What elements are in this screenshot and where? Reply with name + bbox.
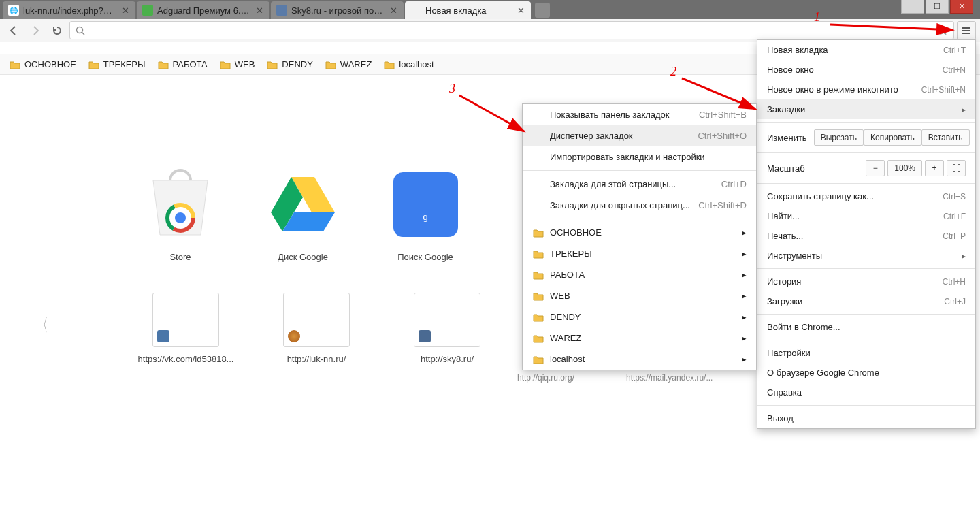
site-icon <box>419 330 431 342</box>
close-icon[interactable]: ✕ <box>255 5 264 15</box>
annotation-arrow-icon <box>830 15 966 35</box>
menu-item-signin[interactable]: Войти в Chrome... <box>757 317 975 337</box>
tile-label: Поиск Google <box>397 252 453 262</box>
menu-item-tools[interactable]: Инструменты▸ <box>757 246 975 265</box>
tile-label: https://vk.com/id53818... <box>138 354 234 364</box>
bookmark-folder[interactable]: localhost <box>384 59 434 70</box>
menu-item-bookmarks[interactable]: Закладки▸ <box>757 99 975 119</box>
submenu-folder[interactable]: ТРЕКЕРЫ▸ <box>523 243 756 264</box>
bookmarks-submenu: Показывать панель закладокCtrl+Shift+B Д… <box>522 103 757 370</box>
submenu-folder[interactable]: WEB▸ <box>523 285 756 306</box>
fullscreen-button[interactable]: ⛶ <box>947 160 966 176</box>
menu-item-about[interactable]: О браузере Google Chrome <box>757 363 975 383</box>
submenu-item-bookmark-open-pages[interactable]: Закладки для открытых страниц...Ctrl+Shi… <box>523 195 756 216</box>
submenu-folder[interactable]: РАБОТА▸ <box>523 264 756 285</box>
chevron-right-icon: ▸ <box>742 227 747 238</box>
submenu-folder[interactable]: DENDY▸ <box>523 306 756 327</box>
browser-tab[interactable]: Adguard Премиум 6.0.22... ✕ <box>137 1 270 19</box>
most-visited-tile[interactable]: http://sky8.ru/ <box>410 293 485 364</box>
browser-tab[interactable]: 🌐 luk-nn.ru/index.php?view... ✕ <box>3 1 135 19</box>
menu-item-exit[interactable]: Выход <box>757 408 975 428</box>
app-tile-google-search[interactable]: g Поиск Google <box>388 163 463 262</box>
chevron-right-icon: ▸ <box>962 105 966 114</box>
chevron-right-icon: ▸ <box>742 354 747 364</box>
chevron-right-icon: ▸ <box>742 270 747 280</box>
back-button[interactable] <box>4 21 23 40</box>
favicon-icon <box>410 5 421 16</box>
menu-item-print[interactable]: Печать...Ctrl+P <box>757 226 975 246</box>
browser-tab[interactable]: Новая вкладка ✕ <box>405 1 531 19</box>
close-icon[interactable]: ✕ <box>389 5 398 15</box>
menu-separator <box>757 268 975 269</box>
bookmark-folder[interactable]: WAREZ <box>325 59 372 70</box>
google-icon: g <box>387 163 463 245</box>
menu-separator <box>757 340 975 340</box>
store-icon <box>142 163 218 245</box>
tab-title: Adguard Премиум 6.0.22... <box>157 5 250 16</box>
forward-button[interactable] <box>26 21 45 40</box>
menu-item-find[interactable]: Найти...Ctrl+F <box>757 206 975 226</box>
bookmark-label: DENDY <box>282 59 313 69</box>
tab-title: Новая вкладка <box>425 5 512 16</box>
bookmark-label: WEB <box>235 59 255 69</box>
submenu-item-bookmark-page[interactable]: Закладка для этой страницы...Ctrl+D <box>523 174 756 195</box>
tile-label: https://mail.yandex.ru/... <box>626 373 713 383</box>
window-minimize-button[interactable]: ─ <box>901 0 924 14</box>
submenu-item-import[interactable]: Импортировать закладки и настройки <box>523 146 756 167</box>
svg-line-15 <box>830 25 953 30</box>
copy-button[interactable]: Копировать <box>864 129 921 146</box>
tile-label: http://qiq.ru.org/ <box>517 373 574 383</box>
bookmark-folder[interactable]: РАБОТА <box>158 59 208 70</box>
edit-caption: Изменить <box>767 133 807 143</box>
chevron-right-icon: ▸ <box>742 333 747 343</box>
zoom-value: 100% <box>887 160 922 176</box>
window-maximize-button[interactable]: ☐ <box>926 0 949 14</box>
cut-button[interactable]: Вырезать <box>814 129 864 146</box>
pager-left-button[interactable]: 〈 <box>37 313 48 337</box>
menu-item-new-window[interactable]: Новое окноCtrl+N <box>757 60 975 80</box>
menu-item-incognito[interactable]: Новое окно в режиме инкогнитоCtrl+Shift+… <box>757 80 975 99</box>
vk-icon <box>157 330 169 342</box>
menu-item-save-as[interactable]: Сохранить страницу как...Ctrl+S <box>757 187 975 206</box>
paste-button[interactable]: Вставить <box>921 129 970 146</box>
svg-text:g: g <box>423 212 427 222</box>
menu-item-settings[interactable]: Настройки <box>757 343 975 363</box>
menu-item-help[interactable]: Справка <box>757 383 975 402</box>
bookmark-folder[interactable]: DENDY <box>267 59 313 70</box>
menu-item-new-tab[interactable]: Новая вкладкаCtrl+T <box>757 40 975 60</box>
menu-separator <box>523 219 756 219</box>
new-tab-button[interactable] <box>535 3 550 18</box>
zoom-in-button[interactable]: + <box>925 160 944 176</box>
address-bar[interactable] <box>69 21 954 39</box>
bookmark-folder[interactable]: WEB <box>220 59 255 70</box>
window-close-button[interactable]: ✕ <box>950 0 973 14</box>
menu-separator <box>757 183 975 184</box>
submenu-folder[interactable]: ОСНОВНОЕ▸ <box>523 222 756 243</box>
bookmark-label: ОСНОВНОЕ <box>24 59 76 69</box>
most-visited-tile[interactable]: http://luk-nn.ru/ <box>279 293 354 364</box>
submenu-item-bookmark-manager[interactable]: Диспетчер закладокCtrl+Shift+O <box>523 125 756 146</box>
submenu-folder[interactable]: localhost▸ <box>523 349 756 370</box>
app-tile-store[interactable]: Store <box>143 163 218 262</box>
bookmark-folder[interactable]: ТРЕКЕРЫ <box>88 59 146 70</box>
menu-item-downloads[interactable]: ЗагрузкиCtrl+J <box>757 291 975 311</box>
close-icon[interactable]: ✕ <box>516 5 525 15</box>
annotation-arrow-icon <box>456 92 531 140</box>
close-icon[interactable]: ✕ <box>120 5 130 15</box>
browser-tab[interactable]: Sky8.ru - игровой портал ✕ <box>271 1 404 19</box>
svg-line-17 <box>459 95 524 131</box>
menu-edit-row: Изменить Вырезать Копировать Вставить <box>757 125 975 150</box>
menu-item-history[interactable]: ИсторияCtrl+H <box>757 272 975 291</box>
zoom-out-button[interactable]: − <box>866 160 885 176</box>
bookmark-folder[interactable]: ОСНОВНОЕ <box>10 59 76 70</box>
chrome-main-menu: Новая вкладкаCtrl+T Новое окноCtrl+N Нов… <box>757 39 976 429</box>
submenu-folder[interactable]: WAREZ▸ <box>523 327 756 349</box>
menu-separator <box>757 405 975 406</box>
chevron-right-icon: ▸ <box>742 291 747 301</box>
reload-button[interactable] <box>48 21 67 40</box>
chevron-right-icon: ▸ <box>742 312 747 322</box>
most-visited-tile[interactable]: https://vk.com/id53818... <box>148 293 223 364</box>
favicon-icon: 🌐 <box>8 5 19 16</box>
tab-title: luk-nn.ru/index.php?view... <box>23 5 116 16</box>
app-tile-drive[interactable]: Диск Google <box>265 163 340 262</box>
